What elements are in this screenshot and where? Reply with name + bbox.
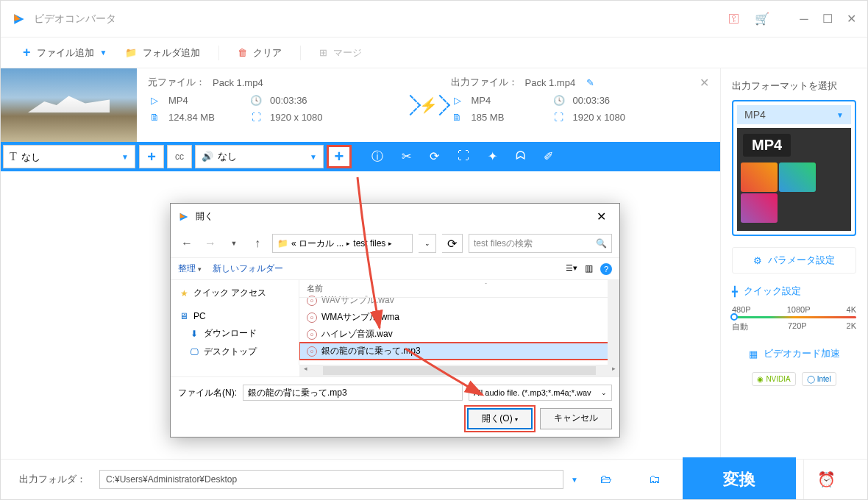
add-file-button[interactable]: + ファイル追加 ▼: [23, 45, 107, 60]
minimize-button[interactable]: ─: [799, 14, 809, 24]
subtitle-edit-icon[interactable]: ✐: [544, 149, 553, 165]
dialog-titlebar: 開く ✕: [171, 204, 619, 229]
maximize-button[interactable]: ☐: [822, 14, 833, 24]
tree-pc[interactable]: 🖥PC: [174, 308, 295, 324]
side-panel: 出力フォーマットを選択 MP4 ▼ MP4 ⚙ パラメータ設定 ╋ クイック設定…: [720, 68, 867, 459]
add-subtitle-button[interactable]: +: [139, 145, 164, 168]
tree-downloads[interactable]: ⬇ダウンロード: [174, 324, 295, 343]
open-button[interactable]: 開く(O) ▾: [467, 408, 533, 429]
info-icon[interactable]: ⓘ: [371, 149, 383, 165]
plus-icon: +: [23, 45, 31, 60]
file-list: 名前 ˆ oWAVサンプル.wav oWMAサンプル.wma oハイレゾ音源.w…: [299, 280, 619, 365]
file-list-item-selected[interactable]: o銀の龍の背に乗って.mp3: [299, 343, 619, 360]
star-icon: ★: [179, 288, 189, 299]
res-4k: 4K: [847, 305, 856, 314]
video-thumbnail[interactable]: [1, 68, 137, 142]
output-format: MP4: [472, 95, 545, 106]
merge-button[interactable]: ⊞ マージ: [319, 46, 362, 60]
add-audio-button[interactable]: +: [327, 145, 352, 168]
crop-icon[interactable]: ⛶: [458, 149, 469, 165]
resolution-icon: ⛶: [249, 112, 263, 123]
nav-back-button[interactable]: ←: [178, 235, 196, 252]
gpu-badges: ◉NVIDIA ◯Intel: [732, 372, 856, 386]
res-1080p: 1080P: [787, 305, 811, 314]
refresh-button[interactable]: ⟳: [442, 234, 463, 253]
file-list-item[interactable]: oWMAサンプル.wma: [299, 309, 619, 326]
resolution-labels-bottom: 自動 720P 2K: [732, 321, 856, 332]
search-icon: 🔍: [596, 238, 607, 249]
convert-button[interactable]: 変換: [683, 457, 796, 500]
browse-icon[interactable]: 🗂: [649, 473, 661, 486]
source-size: 124.84 MB: [168, 112, 242, 123]
add-folder-label: フォルダ追加: [143, 46, 200, 60]
preview-pane-button[interactable]: ▥: [585, 263, 593, 275]
column-header-name[interactable]: 名前 ˆ: [299, 280, 619, 298]
subtitle-value: なし: [21, 151, 40, 162]
close-button[interactable]: ✕: [846, 14, 856, 24]
search-input[interactable]: test filesの検索 🔍: [469, 234, 612, 253]
file-type-filter[interactable]: All audio file. (*.mp3;*.m4a;*.wav⌄: [469, 385, 612, 401]
audio-value: なし: [218, 151, 237, 162]
file-list-item[interactable]: oハイレゾ音源.wav: [299, 326, 619, 343]
resolution-slider[interactable]: [732, 316, 856, 318]
dialog-nav: ← → ▼ ↑ 📁 « ローカル ... ▸ test files ▸ ⌄ ⟳ …: [171, 229, 619, 257]
breadcrumb-segment[interactable]: « ローカル ...: [291, 238, 344, 250]
remove-file-button[interactable]: ✕: [700, 76, 709, 90]
folder-icon: 📁: [277, 238, 288, 249]
cut-icon[interactable]: ✂: [402, 149, 411, 165]
res-2k: 2K: [847, 321, 856, 332]
nav-up-button[interactable]: ↑: [249, 235, 266, 252]
open-folder-icon[interactable]: 🗁: [600, 473, 612, 486]
chevron-right-icon: ▸: [388, 240, 392, 247]
watermark-icon[interactable]: ᗣ: [516, 149, 525, 165]
separator: [300, 46, 301, 60]
dialog-close-button[interactable]: ✕: [591, 208, 612, 225]
parameter-settings-button[interactable]: ⚙ パラメータ設定: [732, 247, 856, 274]
schedule-button[interactable]: ⏰: [803, 460, 849, 499]
filename-input[interactable]: [243, 385, 463, 401]
format-selector[interactable]: MP4 ▼ MP4: [732, 100, 856, 236]
audio-file-icon: o: [307, 312, 317, 323]
cc-button[interactable]: cc: [167, 145, 192, 168]
view-mode-button[interactable]: ☰▾: [566, 263, 577, 275]
tree-quick-access[interactable]: ★クイック アクセス: [174, 284, 295, 302]
chevron-down-icon[interactable]: ▼: [571, 476, 578, 484]
window-controls: ─ ☐ ✕: [799, 14, 856, 24]
cancel-button[interactable]: キャンセル: [540, 408, 612, 429]
vertical-scrollbar[interactable]: [608, 280, 619, 365]
trash-icon: 🗑: [238, 47, 247, 58]
gpu-accel-button[interactable]: ▦ ビデオカード加速: [732, 341, 856, 366]
path-dropdown-button[interactable]: ⌄: [419, 234, 436, 253]
search-placeholder: test filesの検索: [474, 238, 533, 250]
edit-icon[interactable]: ✎: [586, 77, 594, 88]
new-folder-button[interactable]: 新しいフォルダー: [213, 262, 283, 275]
cart-icon[interactable]: 🛒: [755, 12, 769, 26]
tree-desktop[interactable]: 🖵デスクトップ: [174, 343, 295, 361]
chevron-down-icon: ▼: [310, 153, 317, 161]
param-label: パラメータ設定: [768, 254, 835, 267]
chevron-right-icon: ▸: [346, 240, 350, 247]
organize-button[interactable]: 整理: [178, 262, 202, 275]
app-title: ビデオコンバータ: [34, 12, 116, 26]
play-icon: ▷: [148, 95, 161, 106]
output-path-input[interactable]: C:¥Users¥Administrator¥Desktop: [99, 470, 563, 489]
key-icon[interactable]: ⚿: [728, 12, 740, 26]
rotate-icon[interactable]: ⟳: [430, 149, 439, 165]
audio-select[interactable]: 🔊なし ▼: [195, 145, 324, 168]
file-item-row: ✕ 元ファイル： Pack 1.mp4 ▷ MP4 🕓 00:03:36 🗎: [1, 68, 720, 142]
breadcrumb-path[interactable]: 📁 « ローカル ... ▸ test files ▸: [272, 234, 413, 253]
help-button[interactable]: ?: [600, 263, 612, 275]
dialog-toolbar: 整理 新しいフォルダー ☰▾ ▥ ?: [171, 257, 619, 280]
breadcrumb-segment[interactable]: test files: [353, 238, 385, 249]
slider-knob[interactable]: [730, 313, 738, 321]
subtitle-select[interactable]: Tなし ▼: [3, 145, 135, 168]
quick-label: クイック設定: [744, 285, 801, 298]
output-duration: 00:03:36: [573, 95, 611, 106]
nav-history-button[interactable]: ▼: [225, 235, 243, 252]
effects-icon[interactable]: ✦: [488, 149, 497, 165]
file-icon: 🗎: [451, 112, 464, 123]
horizontal-scrollbar[interactable]: ◂▸: [299, 365, 619, 376]
add-folder-button[interactable]: 📁 フォルダ追加: [125, 46, 200, 60]
clear-button[interactable]: 🗑 クリア: [238, 46, 282, 60]
nav-forward-button[interactable]: →: [202, 235, 219, 252]
